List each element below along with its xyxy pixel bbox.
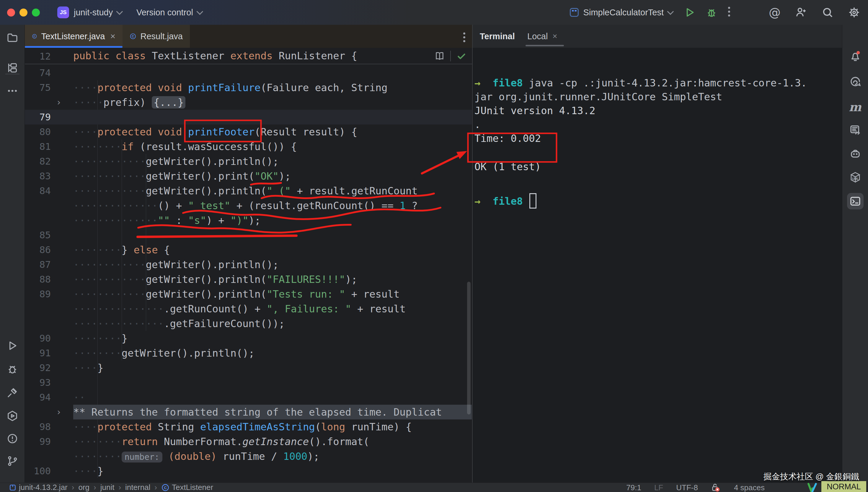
indent-setting[interactable]: 4 spaces xyxy=(734,483,765,492)
code-token: protected void xyxy=(97,126,188,138)
line-number: 98 xyxy=(25,419,51,434)
terminal-panel[interactable]: Terminal Local × → file8 java -cp .:juni… xyxy=(473,25,842,483)
uml-icon[interactable]: UML xyxy=(847,169,864,186)
more-tools-icon[interactable] xyxy=(4,82,21,99)
code-token: return xyxy=(122,436,164,447)
sticky-header-line: 12 public class TextListener extends Run… xyxy=(25,48,473,64)
line-number: 75 xyxy=(25,80,51,95)
line-number: 91 xyxy=(25,346,51,361)
structure-tool-icon[interactable] xyxy=(4,59,21,76)
tab-label: Result.java xyxy=(141,31,183,41)
ai-chat-icon[interactable] xyxy=(847,74,864,91)
code-token: ( xyxy=(315,421,321,433)
terminal-text: . xyxy=(474,119,480,130)
terminal-line: Time: 0.002 xyxy=(474,131,541,145)
fold-toggle-icon[interactable]: › xyxy=(56,95,67,110)
search-everywhere-button[interactable] xyxy=(821,6,834,19)
right-tool-stripe: m UML xyxy=(842,25,868,483)
macos-minimize-button[interactable] xyxy=(20,8,27,17)
code-area[interactable]: 7475····protected void printFailure(Fail… xyxy=(25,64,473,483)
whitespace-dots: ···· xyxy=(73,421,97,433)
terminal-text: jar org.junit.runner.JUnitCore SimpleTes… xyxy=(474,91,722,103)
editor-options-button[interactable] xyxy=(463,32,466,44)
debug-button[interactable] xyxy=(706,6,718,18)
more-actions-button[interactable] xyxy=(728,7,730,18)
code-text: ········return NumberFormat.getInstance(… xyxy=(73,434,369,449)
tab-result[interactable]: C Result.java xyxy=(122,25,190,48)
chevron-down-icon xyxy=(196,8,203,15)
title-bar: JS junit-study Version control SimpleCal… xyxy=(0,0,868,25)
line-number: 92 xyxy=(25,361,51,375)
code-line: 91········getWriter().println(); xyxy=(25,346,472,361)
svg-text:C: C xyxy=(132,34,134,38)
terminal-text: java -cp .:junit-4.13.2.jar:hamcrest-cor… xyxy=(523,77,807,89)
code-token: getInstance xyxy=(242,436,309,447)
code-token: number: xyxy=(122,451,162,463)
divider xyxy=(450,51,451,62)
left-tool-stripe xyxy=(0,25,25,483)
breadcrumb-item[interactable]: org xyxy=(78,483,90,492)
terminal-tool-icon[interactable] xyxy=(847,193,864,210)
code-token: "Tests run: " xyxy=(266,288,345,300)
caret-position[interactable]: 79:1 xyxy=(626,483,641,492)
reader-mode-icon[interactable] xyxy=(434,51,445,62)
run-tool-icon[interactable] xyxy=(4,338,21,354)
code-line: ··············() + " test" + (result.get… xyxy=(25,198,472,213)
fold-toggle-icon[interactable]: › xyxy=(56,405,67,419)
ai-assistant-icon[interactable]: @ xyxy=(769,6,781,19)
debug-tool-icon[interactable] xyxy=(4,361,21,377)
terminal-tab-label: Local xyxy=(527,31,548,41)
close-icon[interactable]: × xyxy=(110,32,115,41)
ideavim-icon[interactable] xyxy=(806,482,818,492)
no-problems-check-icon[interactable] xyxy=(456,51,467,62)
line-number: 87 xyxy=(25,257,51,272)
breadcrumb-item[interactable]: internal xyxy=(125,483,150,492)
code-text: ····protected void printFailure(Failure … xyxy=(73,80,388,95)
breadcrumb-item[interactable]: junit-4.13.2.jar xyxy=(9,483,68,492)
breadcrumb-separator: › xyxy=(72,483,74,492)
run-button[interactable] xyxy=(684,6,696,18)
code-line: 84············getWriter().println(" (" +… xyxy=(25,183,472,198)
documentation-icon[interactable] xyxy=(847,122,864,138)
terminal-tab-local[interactable]: Local × xyxy=(527,25,557,48)
notifications-icon[interactable] xyxy=(847,48,864,64)
macos-close-button[interactable] xyxy=(7,8,15,17)
code-line: 87············getWriter().println(); xyxy=(25,257,472,272)
code-text: ········} xyxy=(73,331,127,346)
file-encoding[interactable]: UTF-8 xyxy=(676,483,698,492)
vcs-menu[interactable]: Version control xyxy=(136,0,201,25)
code-line: ··············"" : "s") + ")"); xyxy=(25,213,472,228)
code-token: long xyxy=(321,421,345,433)
vim-mode-badge[interactable]: NORMAL xyxy=(821,481,866,492)
line-number: 94 xyxy=(25,390,51,405)
close-icon[interactable]: × xyxy=(553,31,557,41)
code-token: runTime) { xyxy=(345,421,412,433)
robot-plugin-icon[interactable] xyxy=(847,145,864,162)
code-text: ···············.getRunCount() + ", Failu… xyxy=(73,301,406,316)
line-separator[interactable]: LF xyxy=(654,483,663,492)
whitespace-dots: ············ xyxy=(73,155,146,167)
terminal-output: → file8 java -cp .:junit-4.13.2.jar:hamc… xyxy=(473,48,842,483)
breadcrumb-item[interactable]: CTextListener xyxy=(161,483,213,492)
problems-tool-icon[interactable] xyxy=(4,430,21,447)
version-control-tool-icon[interactable] xyxy=(4,453,21,469)
services-tool-icon[interactable] xyxy=(4,408,21,424)
code-line: 93 xyxy=(25,375,472,390)
tab-textlistener[interactable]: C TextListener.java × xyxy=(25,25,122,48)
breadcrumb-item[interactable]: junit xyxy=(100,483,115,492)
macos-zoom-button[interactable] xyxy=(32,8,40,17)
project-menu[interactable]: junit-study xyxy=(74,0,121,25)
sticky-code-text: public class TextListener extends RunLis… xyxy=(73,48,357,63)
editor-scrollbar[interactable] xyxy=(467,282,471,414)
code-text: ··············() + " test" + (result.get… xyxy=(73,198,418,213)
breadcrumb-label: junit-4.13.2.jar xyxy=(19,483,68,492)
readonly-lock-icon[interactable] xyxy=(711,483,721,492)
line-number xyxy=(25,405,51,419)
run-configuration-selector[interactable]: SimpleCalculatorTest xyxy=(569,7,672,18)
code-token xyxy=(162,450,168,462)
project-tool-icon[interactable] xyxy=(4,29,21,46)
build-tool-icon[interactable] xyxy=(4,384,21,401)
settings-button[interactable] xyxy=(848,6,860,19)
code-token: runTime / xyxy=(217,450,283,462)
code-with-me-button[interactable] xyxy=(795,6,807,19)
